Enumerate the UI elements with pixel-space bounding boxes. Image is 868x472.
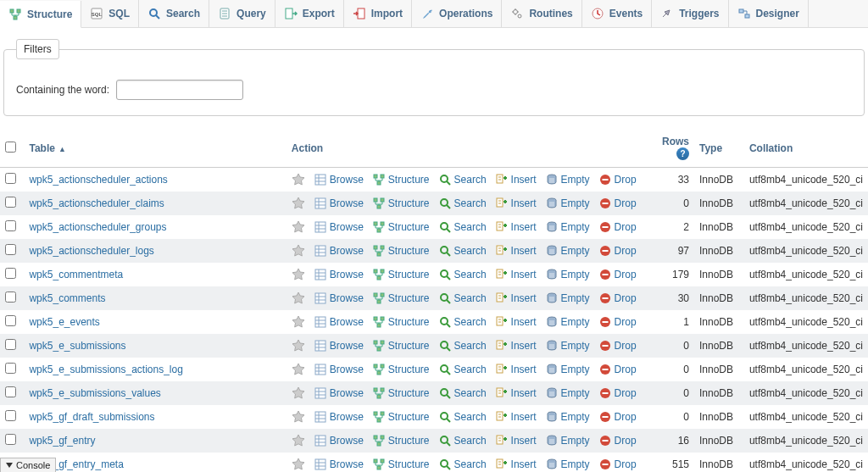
check-all-checkbox[interactable]	[5, 142, 16, 153]
favorite-star[interactable]	[292, 268, 305, 281]
drop-action[interactable]: Drop	[598, 315, 637, 329]
favorite-star[interactable]	[292, 244, 305, 258]
search-action[interactable]: Search	[438, 220, 487, 234]
empty-action[interactable]: Empty	[545, 173, 590, 186]
search-action[interactable]: Search	[438, 458, 487, 471]
favorite-star[interactable]	[292, 363, 305, 376]
insert-action[interactable]: Insert	[495, 244, 537, 258]
empty-action[interactable]: Empty	[545, 244, 590, 258]
drop-action[interactable]: Drop	[598, 220, 637, 234]
tab-search[interactable]: Search	[139, 0, 209, 27]
structure-action[interactable]: Structure	[372, 434, 430, 447]
browse-action[interactable]: Browse	[314, 220, 364, 234]
structure-action[interactable]: Structure	[372, 386, 430, 400]
table-name-link[interactable]: wpk5_actionscheduler_claims	[29, 197, 164, 209]
insert-action[interactable]: Insert	[495, 292, 537, 305]
insert-action[interactable]: Insert	[495, 410, 537, 424]
tab-sql[interactable]: SQL	[81, 0, 139, 27]
empty-action[interactable]: Empty	[545, 458, 590, 471]
browse-action[interactable]: Browse	[314, 339, 364, 353]
browse-action[interactable]: Browse	[314, 458, 364, 471]
insert-action[interactable]: Insert	[495, 458, 537, 471]
tab-import[interactable]: Import	[344, 0, 412, 27]
tab-designer[interactable]: Designer	[729, 0, 809, 27]
column-header-rows[interactable]: Rows ?	[647, 129, 694, 168]
drop-action[interactable]: Drop	[598, 292, 637, 305]
insert-action[interactable]: Insert	[495, 386, 537, 400]
insert-action[interactable]: Insert	[495, 363, 537, 376]
favorite-star[interactable]	[292, 292, 305, 305]
insert-action[interactable]: Insert	[495, 173, 537, 186]
row-checkbox[interactable]	[5, 434, 16, 445]
drop-action[interactable]: Drop	[598, 434, 637, 447]
table-name-link[interactable]: wpk5_actionscheduler_actions	[29, 174, 167, 186]
containing-word-input[interactable]	[116, 80, 243, 100]
browse-action[interactable]: Browse	[314, 173, 364, 186]
row-checkbox[interactable]	[5, 244, 16, 255]
structure-action[interactable]: Structure	[372, 339, 430, 353]
drop-action[interactable]: Drop	[598, 386, 637, 400]
empty-action[interactable]: Empty	[545, 220, 590, 234]
tab-structure[interactable]: Structure	[0, 1, 81, 28]
browse-action[interactable]: Browse	[314, 315, 364, 329]
drop-action[interactable]: Drop	[598, 173, 637, 186]
browse-action[interactable]: Browse	[314, 410, 364, 424]
row-checkbox[interactable]	[5, 386, 16, 397]
tab-query[interactable]: Query	[209, 0, 275, 27]
favorite-star[interactable]	[292, 315, 305, 329]
row-checkbox[interactable]	[5, 339, 16, 350]
table-name-link[interactable]: wpk5_e_submissions_actions_log	[29, 364, 182, 375]
table-name-link[interactable]: wpk5_gf_entry	[29, 435, 95, 447]
table-name-link[interactable]: wpk5_e_submissions_values	[29, 387, 160, 399]
row-checkbox[interactable]	[5, 173, 16, 184]
row-checkbox[interactable]	[5, 292, 16, 303]
row-checkbox[interactable]	[5, 363, 16, 374]
row-checkbox[interactable]	[5, 315, 16, 326]
favorite-star[interactable]	[292, 386, 305, 400]
structure-action[interactable]: Structure	[372, 292, 430, 305]
search-action[interactable]: Search	[438, 244, 487, 258]
browse-action[interactable]: Browse	[314, 386, 364, 400]
browse-action[interactable]: Browse	[314, 292, 364, 305]
insert-action[interactable]: Insert	[495, 268, 537, 281]
tab-events[interactable]: Events	[582, 0, 652, 27]
console-toggle[interactable]: Console	[0, 458, 56, 472]
drop-action[interactable]: Drop	[598, 458, 637, 471]
table-name-link[interactable]: wpk5_e_submissions	[29, 340, 125, 352]
favorite-star[interactable]	[292, 173, 305, 186]
row-checkbox[interactable]	[5, 197, 16, 208]
browse-action[interactable]: Browse	[314, 197, 364, 210]
search-action[interactable]: Search	[438, 339, 487, 353]
search-action[interactable]: Search	[438, 410, 487, 424]
browse-action[interactable]: Browse	[314, 244, 364, 258]
empty-action[interactable]: Empty	[545, 268, 590, 281]
tab-export[interactable]: Export	[275, 0, 344, 27]
browse-action[interactable]: Browse	[314, 363, 364, 376]
search-action[interactable]: Search	[438, 315, 487, 329]
row-checkbox[interactable]	[5, 220, 16, 231]
favorite-star[interactable]	[292, 339, 305, 353]
empty-action[interactable]: Empty	[545, 197, 590, 210]
drop-action[interactable]: Drop	[598, 363, 637, 376]
column-header-table[interactable]: Table▲	[24, 129, 286, 168]
tab-operations[interactable]: Operations	[412, 0, 502, 27]
tab-triggers[interactable]: Triggers	[652, 0, 728, 27]
column-header-type[interactable]: Type	[694, 129, 744, 168]
structure-action[interactable]: Structure	[372, 197, 430, 210]
favorite-star[interactable]	[292, 220, 305, 234]
search-action[interactable]: Search	[438, 268, 487, 281]
rows-help-icon[interactable]: ?	[676, 147, 689, 160]
structure-action[interactable]: Structure	[372, 268, 430, 281]
table-name-link[interactable]: wpk5_gf_draft_submissions	[29, 411, 154, 423]
insert-action[interactable]: Insert	[495, 197, 537, 210]
favorite-star[interactable]	[292, 410, 305, 424]
search-action[interactable]: Search	[438, 292, 487, 305]
empty-action[interactable]: Empty	[545, 292, 590, 305]
table-name-link[interactable]: wpk5_commentmeta	[29, 269, 123, 280]
insert-action[interactable]: Insert	[495, 434, 537, 447]
structure-action[interactable]: Structure	[372, 220, 430, 234]
table-name-link[interactable]: wpk5_actionscheduler_groups	[29, 221, 166, 233]
empty-action[interactable]: Empty	[545, 410, 590, 424]
empty-action[interactable]: Empty	[545, 386, 590, 400]
favorite-star[interactable]	[292, 434, 305, 447]
